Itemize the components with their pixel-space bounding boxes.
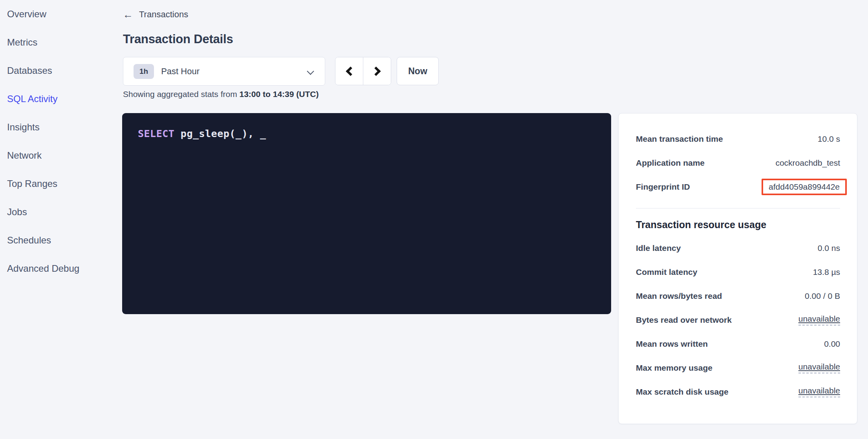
transaction-details-card: Mean transaction time 10.0 s Application… [618,113,857,424]
detail-label: Max memory usage [636,363,712,373]
annotation-highlight-box: afdd4059a899442e [762,179,847,195]
chevron-left-icon [346,66,355,76]
detail-value: cockroachdb_test [775,158,840,168]
detail-value: 0.00 [824,339,840,349]
time-range-selected-label: Past Hour [161,66,200,77]
detail-value: 10.0 s [818,134,840,144]
sidebar-item-sql-activity[interactable]: SQL Activity [0,85,122,113]
sidebar-item-insights[interactable]: Insights [0,113,122,141]
detail-label: Fingerprint ID [636,182,690,192]
interval-badge: 1h [134,64,154,79]
stats-summary-range: 13:00 to 14:39 (UTC) [240,90,319,99]
mean-rows-bytes-read-row: Mean rows/bytes read 0.00 / 0 B [636,284,840,308]
sidebar-item-schedules[interactable]: Schedules [0,226,122,254]
commit-latency-row: Commit latency 13.8 µs [636,260,840,284]
back-arrow-icon: ← [123,9,133,20]
chevron-down-icon [307,68,314,75]
sql-statement-rest: pg_sleep(_), _ [174,128,266,139]
sidebar: Overview Metrics Databases SQL Activity … [0,0,122,283]
mean-transaction-time-row: Mean transaction time 10.0 s [636,127,840,151]
detail-label: Mean transaction time [636,134,723,144]
idle-latency-row: Idle latency 0.0 ns [636,236,840,260]
fingerprint-id-value: afdd4059a899442e [769,182,840,191]
stats-summary-prefix: Showing aggregated stats from [123,90,240,99]
unavailable-value-tooltip[interactable]: unavailable [798,314,840,326]
detail-value: 0.00 / 0 B [805,291,840,301]
time-range-step-buttons [335,57,391,85]
unavailable-value-tooltip[interactable]: unavailable [798,362,840,373]
now-button[interactable]: Now [397,57,439,85]
max-scratch-disk-usage-row: Max scratch disk usage unavailable [636,380,840,404]
sql-keyword: SELECT [138,128,174,139]
sidebar-item-network[interactable]: Network [0,141,122,170]
next-range-button[interactable] [363,57,391,85]
detail-label: Commit latency [636,267,697,277]
aggregated-stats-summary: Showing aggregated stats from 13:00 to 1… [123,90,319,99]
time-controls: 1h Past Hour Now [123,57,439,86]
sidebar-item-databases[interactable]: Databases [0,57,122,85]
detail-label: Application name [636,158,705,168]
sidebar-item-advanced-debug[interactable]: Advanced Debug [0,254,122,283]
detail-label: Idle latency [636,243,681,253]
detail-label: Mean rows/bytes read [636,291,722,301]
unavailable-value-tooltip[interactable]: unavailable [798,386,840,397]
chevron-right-icon [371,66,381,76]
previous-range-button[interactable] [335,57,363,85]
page-title: Transaction Details [123,32,233,46]
time-range-dropdown[interactable]: 1h Past Hour [123,57,325,86]
sql-statement-box: SELECT pg_sleep(_), _ [122,113,611,314]
mean-rows-written-row: Mean rows written 0.00 [636,332,840,356]
sidebar-item-jobs[interactable]: Jobs [0,198,122,226]
sql-statement-text: SELECT pg_sleep(_), _ [138,128,595,139]
application-name-row: Application name cockroachdb_test [636,151,840,175]
sidebar-item-metrics[interactable]: Metrics [0,28,122,57]
fingerprint-id-row: Fingerprint ID afdd4059a899442e [636,175,840,199]
detail-label: Max scratch disk usage [636,387,729,397]
detail-value: 13.8 µs [813,267,840,277]
back-link-label: Transactions [139,9,188,20]
detail-label: Bytes read over network [636,315,732,325]
sidebar-item-overview[interactable]: Overview [0,0,122,28]
sidebar-item-top-ranges[interactable]: Top Ranges [0,170,122,198]
resource-usage-heading: Transaction resource usage [636,213,840,236]
bytes-read-over-network-row: Bytes read over network unavailable [636,308,840,332]
detail-value: 0.0 ns [818,243,840,253]
max-memory-usage-row: Max memory usage unavailable [636,356,840,380]
card-divider [636,208,840,209]
detail-label: Mean rows written [636,339,708,349]
back-to-transactions-link[interactable]: ← Transactions [123,9,188,20]
